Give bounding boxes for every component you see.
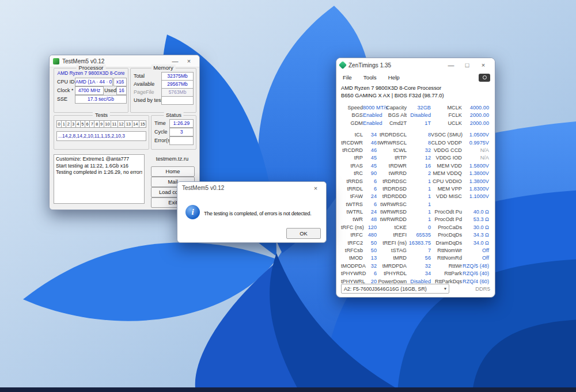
- timing-label: tWTRL: [341, 208, 363, 216]
- timing-label: VDD MISC: [431, 193, 462, 201]
- minimize-button[interactable]: —: [443, 59, 459, 71]
- timing-value: 30.0 Ω: [462, 224, 489, 232]
- timing-value: Disabled: [407, 112, 431, 120]
- timing-label: RttPark: [431, 270, 462, 278]
- test-log-box: Customize: Extreme1 @anta777Start testin…: [54, 154, 145, 204]
- dimm-select-value: A2: F5-7600J3646G16G (16GB, SR): [344, 286, 427, 292]
- timings-row: tRFCsb50tSTAG7RttNomWrOff: [341, 247, 490, 254]
- timing-value: 46: [363, 147, 377, 155]
- timing-label: tRP: [341, 154, 363, 162]
- timing-value: 53.3 Ω: [462, 216, 489, 224]
- timing-label: Speed: [341, 104, 363, 112]
- timing-label: tCWL: [377, 147, 407, 155]
- cpu-name: AMD Ryzen 7 9800X3D 8-Core: [54, 70, 128, 76]
- timing-value: 1T: [407, 120, 431, 128]
- timing-value: 50: [363, 239, 377, 248]
- timing-value: 16: [407, 162, 431, 170]
- status-group: Status Time 1:26.29 Cycle 3 Error(s): [151, 115, 196, 150]
- timings-row: tRCDRD46tCWL32VDDG CCDN/A: [341, 147, 490, 154]
- timing-value: 1.3800V: [462, 170, 489, 178]
- menu-file[interactable]: File: [341, 74, 354, 81]
- timing-label: Capacity: [377, 104, 407, 112]
- desktop: TestMem5 v0.12 — × Processor AMD Ryzen 7…: [0, 0, 576, 392]
- zentimings-app-icon: [339, 61, 347, 69]
- info-icon: i: [185, 205, 200, 219]
- system-info: AMD Ryzen 7 9800X3D 8-Core Processor B65…: [336, 83, 495, 100]
- sse-value: 17.3 sec/Gb: [75, 95, 127, 104]
- test-cell[interactable]: 12: [118, 120, 125, 128]
- home-button[interactable]: Home: [151, 166, 195, 177]
- test-cell[interactable]: 13: [124, 120, 132, 128]
- log-line: Testing completed in 1:26.29, no errors.: [56, 169, 142, 176]
- zentimings-window: ZenTimings 1.35 — □ × File Tools Help AM…: [336, 58, 495, 298]
- dimm-select[interactable]: A2: F5-7600J3646G16G (16GB, SR) ▾: [341, 284, 449, 294]
- timings-row: GDMEnabledCmd2T1TUCLK2000.00: [341, 120, 490, 127]
- timing-value: 2000.00: [462, 112, 489, 120]
- close-button[interactable]: ×: [309, 183, 323, 193]
- timing-value: Off: [462, 247, 489, 255]
- timing-label: tRRDS: [341, 178, 363, 186]
- time-label: Time: [154, 120, 166, 126]
- clock-section: Speed8000 MT/sCapacity32GBMCLK4000.00BGS…: [341, 104, 490, 127]
- timing-value: 8: [407, 131, 431, 139]
- test-cell[interactable]: 10: [104, 120, 111, 128]
- timing-value: 45: [363, 162, 377, 170]
- cycle-value: 3: [169, 128, 194, 136]
- timings-row: tRFC480tREFI65535ProcDqDs34.3 Ω: [341, 231, 490, 239]
- timing-label: tWTRS: [341, 201, 363, 209]
- screenshot-camera-icon[interactable]: [479, 74, 490, 82]
- taskbar[interactable]: [0, 387, 576, 392]
- zentimings-titlebar[interactable]: ZenTimings 1.35 — □ ×: [336, 58, 495, 72]
- tests-group: Tests 0123456789101112131415 ...14,2,8,1…: [54, 115, 149, 150]
- timing-value: 34: [407, 270, 431, 278]
- timing-value: 2000.00: [462, 120, 489, 128]
- timing-value: 16383.75: [407, 239, 431, 248]
- timing-value: 24: [363, 193, 377, 201]
- timings-row: tRFC250tREFI (ns)16383.75DramDqDs34.0 Ω: [341, 239, 490, 247]
- menu-help[interactable]: Help: [386, 74, 401, 81]
- chevron-down-icon: ▾: [444, 286, 446, 291]
- board-info-line: B650 GAMING X AX | BIOS F32d (98.77.0): [341, 92, 490, 100]
- timings-row: BGSEnabledBGS AltDisabledFCLK2000.00: [341, 112, 490, 119]
- timing-label: tRDRDDD: [377, 193, 407, 201]
- timings-row: tWTRS6tWRWRSC1: [341, 201, 490, 208]
- timing-label: tWRWRSC: [377, 201, 407, 209]
- timing-label: tWRWRDD: [377, 216, 407, 224]
- testmem5-titlebar[interactable]: TestMem5 v0.12 — ×: [50, 55, 199, 67]
- timing-label: ProcCaDs: [431, 224, 462, 232]
- test-cell[interactable]: 15: [139, 120, 146, 128]
- timing-label: RttWr: [431, 262, 462, 271]
- timing-label: tSTAG: [377, 247, 407, 255]
- memory-total-label: Total: [134, 73, 145, 79]
- testmem-site-link[interactable]: testmem.tz.ru: [147, 156, 197, 162]
- timing-label: MEM VPP: [431, 185, 462, 193]
- close-button[interactable]: ×: [182, 56, 196, 66]
- timing-value: 1: [407, 201, 431, 209]
- timings-row: tRAS45tRDWR16MEM VDD1.5800V: [341, 162, 490, 170]
- menu-tools[interactable]: Tools: [362, 74, 378, 81]
- timings-row: tRC90tWRRD2MEM VDDQ1.3800V: [341, 170, 490, 177]
- timing-value: 32: [407, 262, 431, 271]
- used-label: Used: [104, 87, 116, 93]
- timing-value: 1: [407, 208, 431, 216]
- close-button[interactable]: ×: [475, 59, 491, 71]
- memory-available-value: 29567Mb: [161, 80, 194, 89]
- timing-label: GDM: [341, 120, 363, 128]
- timing-value: 6: [363, 185, 377, 193]
- timing-label: tRRDL: [341, 185, 363, 193]
- test-cell[interactable]: 14: [132, 120, 139, 128]
- timing-value: 50: [363, 247, 377, 255]
- timing-value: 120: [363, 224, 377, 232]
- window-title: TestMem5 v0.12: [62, 58, 104, 64]
- ok-button[interactable]: OK: [286, 228, 321, 239]
- timing-label: tRCDWR: [341, 139, 363, 147]
- timing-label: MCLK: [431, 104, 462, 112]
- timing-value: 48: [363, 216, 377, 224]
- timing-value: 1.3800V: [462, 178, 489, 186]
- dialog-titlebar[interactable]: TestMem5 v0.12 ×: [177, 182, 326, 194]
- memory-pagefile-value: 5763Mb: [161, 88, 194, 97]
- maximize-button[interactable]: □: [459, 59, 475, 71]
- timing-label: tRFC2: [341, 239, 363, 248]
- timing-label: tMOD: [341, 254, 363, 262]
- timing-label: VSOC (SMU): [431, 131, 462, 139]
